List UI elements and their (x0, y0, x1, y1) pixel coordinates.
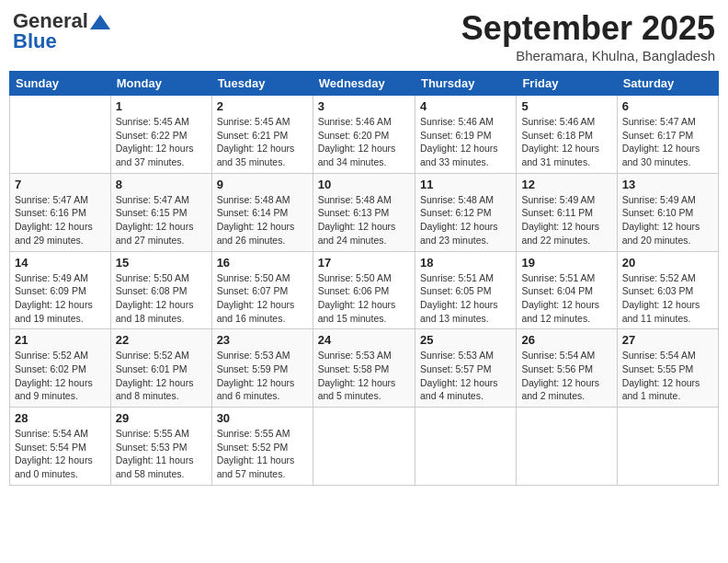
day-cell (517, 408, 617, 486)
column-header-monday: Monday (110, 72, 211, 96)
column-header-thursday: Thursday (415, 72, 516, 96)
day-number: 13 (622, 178, 713, 191)
svg-marker-0 (90, 15, 110, 29)
column-header-tuesday: Tuesday (211, 72, 313, 96)
day-cell: 25Sunrise: 5:53 AMSunset: 5:57 PMDayligh… (415, 329, 516, 408)
day-cell: 24Sunrise: 5:53 AMSunset: 5:58 PMDayligh… (313, 329, 415, 408)
day-number: 26 (521, 333, 611, 347)
day-info: Sunrise: 5:47 AMSunset: 6:15 PMDaylight:… (116, 193, 207, 247)
day-cell: 14Sunrise: 5:49 AMSunset: 6:09 PMDayligh… (10, 251, 111, 329)
day-info: Sunrise: 5:48 AMSunset: 6:12 PMDaylight:… (420, 193, 511, 247)
day-info: Sunrise: 5:48 AMSunset: 6:14 PMDaylight:… (217, 193, 308, 247)
day-cell: 5Sunrise: 5:46 AMSunset: 6:18 PMDaylight… (517, 96, 617, 174)
day-cell: 18Sunrise: 5:51 AMSunset: 6:05 PMDayligh… (415, 251, 516, 329)
day-cell: 10Sunrise: 5:48 AMSunset: 6:13 PMDayligh… (313, 173, 415, 251)
day-cell: 23Sunrise: 5:53 AMSunset: 5:59 PMDayligh… (211, 329, 313, 408)
day-info: Sunrise: 5:45 AMSunset: 6:21 PMDaylight:… (217, 115, 308, 169)
day-number: 12 (521, 178, 611, 191)
day-number: 7 (15, 178, 106, 191)
day-info: Sunrise: 5:52 AMSunset: 6:03 PMDaylight:… (622, 271, 713, 326)
day-number: 3 (318, 99, 410, 113)
day-cell: 29Sunrise: 5:55 AMSunset: 5:53 PMDayligh… (110, 408, 211, 486)
day-number: 9 (217, 178, 308, 191)
day-info: Sunrise: 5:50 AMSunset: 6:07 PMDaylight:… (217, 271, 308, 326)
day-number: 20 (622, 256, 713, 270)
day-number: 5 (521, 99, 611, 113)
week-row-3: 14Sunrise: 5:49 AMSunset: 6:09 PMDayligh… (10, 251, 719, 329)
day-info: Sunrise: 5:53 AMSunset: 5:59 PMDaylight:… (217, 349, 308, 403)
day-cell: 19Sunrise: 5:51 AMSunset: 6:04 PMDayligh… (517, 251, 617, 329)
day-info: Sunrise: 5:53 AMSunset: 5:58 PMDaylight:… (318, 349, 410, 403)
day-number: 18 (420, 256, 511, 270)
day-number: 25 (420, 333, 511, 347)
day-cell (313, 408, 415, 486)
day-info: Sunrise: 5:54 AMSunset: 5:55 PMDaylight:… (622, 349, 713, 403)
day-number: 10 (318, 178, 410, 191)
location: Bheramara, Khulna, Bangladesh (461, 48, 715, 63)
day-cell: 21Sunrise: 5:52 AMSunset: 6:02 PMDayligh… (10, 329, 111, 408)
day-number: 2 (217, 99, 308, 113)
day-info: Sunrise: 5:51 AMSunset: 6:04 PMDaylight:… (521, 271, 611, 326)
day-cell: 16Sunrise: 5:50 AMSunset: 6:07 PMDayligh… (211, 251, 313, 329)
day-cell: 15Sunrise: 5:50 AMSunset: 6:08 PMDayligh… (110, 251, 211, 329)
day-cell: 28Sunrise: 5:54 AMSunset: 5:54 PMDayligh… (10, 408, 111, 486)
day-info: Sunrise: 5:54 AMSunset: 5:54 PMDaylight:… (15, 427, 106, 481)
day-cell: 13Sunrise: 5:49 AMSunset: 6:10 PMDayligh… (617, 173, 718, 251)
week-row-4: 21Sunrise: 5:52 AMSunset: 6:02 PMDayligh… (10, 329, 719, 408)
day-info: Sunrise: 5:55 AMSunset: 5:53 PMDaylight:… (116, 427, 207, 481)
day-cell (617, 408, 718, 486)
day-info: Sunrise: 5:47 AMSunset: 6:17 PMDaylight:… (622, 115, 713, 169)
calendar-header-row: SundayMondayTuesdayWednesdayThursdayFrid… (10, 72, 719, 96)
day-cell: 30Sunrise: 5:55 AMSunset: 5:52 PMDayligh… (211, 408, 313, 486)
day-info: Sunrise: 5:47 AMSunset: 6:16 PMDaylight:… (15, 193, 106, 247)
day-number: 8 (116, 178, 207, 191)
day-info: Sunrise: 5:50 AMSunset: 6:08 PMDaylight:… (116, 271, 207, 326)
day-info: Sunrise: 5:53 AMSunset: 5:57 PMDaylight:… (420, 349, 511, 403)
day-info: Sunrise: 5:46 AMSunset: 6:18 PMDaylight:… (521, 115, 611, 169)
day-cell (415, 408, 516, 486)
day-number: 14 (15, 256, 106, 270)
week-row-2: 7Sunrise: 5:47 AMSunset: 6:16 PMDaylight… (10, 173, 719, 251)
column-header-friday: Friday (517, 72, 617, 96)
day-info: Sunrise: 5:54 AMSunset: 5:56 PMDaylight:… (521, 349, 611, 403)
logo: General Blue (13, 9, 110, 53)
day-cell: 20Sunrise: 5:52 AMSunset: 6:03 PMDayligh… (617, 251, 718, 329)
day-number: 29 (116, 411, 207, 425)
day-number: 24 (318, 333, 410, 347)
day-number: 6 (622, 99, 713, 113)
week-row-1: 1Sunrise: 5:45 AMSunset: 6:22 PMDaylight… (10, 96, 719, 174)
day-number: 17 (318, 256, 410, 270)
day-info: Sunrise: 5:55 AMSunset: 5:52 PMDaylight:… (217, 427, 308, 481)
day-number: 23 (217, 333, 308, 347)
day-cell: 2Sunrise: 5:45 AMSunset: 6:21 PMDaylight… (211, 96, 313, 174)
day-info: Sunrise: 5:46 AMSunset: 6:19 PMDaylight:… (420, 115, 511, 169)
day-info: Sunrise: 5:48 AMSunset: 6:13 PMDaylight:… (318, 193, 410, 247)
day-cell: 17Sunrise: 5:50 AMSunset: 6:06 PMDayligh… (313, 251, 415, 329)
logo-blue-text: Blue (13, 29, 57, 53)
week-row-5: 28Sunrise: 5:54 AMSunset: 5:54 PMDayligh… (10, 408, 719, 486)
day-info: Sunrise: 5:46 AMSunset: 6:20 PMDaylight:… (318, 115, 410, 169)
day-cell: 9Sunrise: 5:48 AMSunset: 6:14 PMDaylight… (211, 173, 313, 251)
page-header: General Blue September 2025 Bheramara, K… (9, 9, 719, 63)
day-number: 15 (116, 256, 207, 270)
day-cell (10, 96, 111, 174)
day-cell: 6Sunrise: 5:47 AMSunset: 6:17 PMDaylight… (617, 96, 718, 174)
title-block: September 2025 Bheramara, Khulna, Bangla… (461, 9, 715, 63)
column-header-wednesday: Wednesday (313, 72, 415, 96)
day-info: Sunrise: 5:49 AMSunset: 6:10 PMDaylight:… (622, 193, 713, 247)
day-cell: 12Sunrise: 5:49 AMSunset: 6:11 PMDayligh… (517, 173, 617, 251)
day-number: 16 (217, 256, 308, 270)
day-info: Sunrise: 5:52 AMSunset: 6:02 PMDaylight:… (15, 349, 106, 403)
column-header-sunday: Sunday (10, 72, 111, 96)
day-cell: 7Sunrise: 5:47 AMSunset: 6:16 PMDaylight… (10, 173, 111, 251)
day-number: 28 (15, 411, 106, 425)
day-info: Sunrise: 5:51 AMSunset: 6:05 PMDaylight:… (420, 271, 511, 326)
day-number: 11 (420, 178, 511, 191)
day-cell: 11Sunrise: 5:48 AMSunset: 6:12 PMDayligh… (415, 173, 516, 251)
day-number: 19 (521, 256, 611, 270)
day-number: 1 (116, 99, 207, 113)
day-cell: 27Sunrise: 5:54 AMSunset: 5:55 PMDayligh… (617, 329, 718, 408)
day-cell: 3Sunrise: 5:46 AMSunset: 6:20 PMDaylight… (313, 96, 415, 174)
day-info: Sunrise: 5:50 AMSunset: 6:06 PMDaylight:… (318, 271, 410, 326)
month-title: September 2025 (461, 9, 715, 48)
